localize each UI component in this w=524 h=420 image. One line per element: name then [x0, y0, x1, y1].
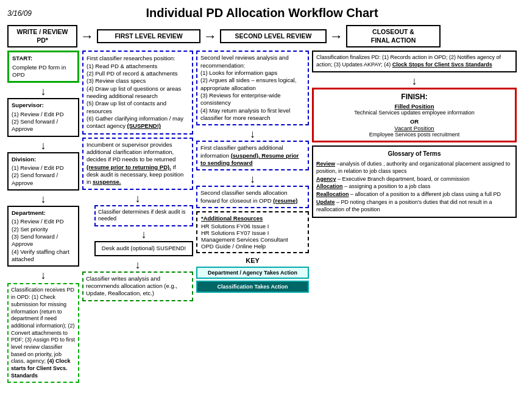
- desk-audit-box: Desk audit (optional) SUSPEND!: [94, 241, 193, 256]
- second-sends-box: Second classifier sends allocation forwa…: [196, 186, 309, 208]
- start-box: START: Complete PD form in OPD: [7, 51, 79, 83]
- department-box: Department: (1) Review / Edit PD(2) Set …: [7, 206, 79, 267]
- col-header-first: FIRST LEVEL REVIEW: [97, 29, 200, 44]
- filled-position: Filled Position: [317, 103, 512, 110]
- page: 3/16/09 Individual PD Allocation Workflo…: [0, 0, 524, 389]
- arrow-down-c2a: ↓: [82, 193, 193, 204]
- or-text: OR: [317, 118, 512, 125]
- col2: First classifier researches position: (1…: [82, 51, 193, 383]
- arrow-down-4: ↓: [7, 270, 79, 281]
- arrow-down-3: ↓: [7, 194, 79, 205]
- arrow-down-c2b: ↓: [94, 229, 193, 240]
- main-content: START: Complete PD form in OPD ↓ Supervi…: [7, 51, 517, 383]
- classifier-writes-box: Classifier writes analysis and recommend…: [82, 271, 193, 301]
- key-dept: Department / Agency Takes Action: [196, 267, 309, 279]
- glossary-box: Glossary of Terms Review –analysis of du…: [312, 145, 517, 218]
- start-body: Complete PD form in OPD: [12, 64, 74, 79]
- supervisor-title: Supervisor:: [12, 102, 75, 109]
- arrow-1: →: [77, 29, 97, 44]
- second-level-box: Second level reviews analysis and recomm…: [196, 51, 309, 125]
- date: 3/16/09: [7, 9, 56, 18]
- division-title: Division:: [12, 156, 75, 163]
- incumbent-box: Incumbent or supervisor provides additio…: [82, 138, 193, 190]
- additional-resources-box: *Additional Resources HR Solutions FY06 …: [196, 211, 309, 253]
- col1: START: Complete PD form in OPD ↓ Supervi…: [7, 51, 79, 383]
- supervisor-body: (1) Review / Edit PD(2) Send forward / A…: [12, 111, 75, 133]
- arrow-down-c4: ↓: [312, 75, 517, 86]
- middle-section: Incumbent or supervisor provides additio…: [82, 138, 193, 304]
- classification-receives-box: Classification receives PD in OPD: (1) C…: [7, 283, 79, 383]
- glossary-content: Review –analysis of duties , authority a…: [316, 160, 512, 214]
- arrow-down-c3a: ↓: [196, 128, 309, 139]
- incumbent-box-wrapper: Incumbent or supervisor provides additio…: [82, 138, 193, 304]
- col4: Classification finalizes PD: (1) Records…: [312, 51, 517, 383]
- col-header-write: WRITE / REVIEW PD*: [7, 25, 77, 47]
- finish-box: FINISH: Filled Position Technical Servic…: [312, 88, 517, 142]
- arrow-down-1: ↓: [7, 86, 79, 97]
- start-title: START:: [12, 55, 74, 62]
- arrow-down-2: ↓: [7, 140, 79, 151]
- first-classifier-box: First classifier researches position: (1…: [82, 51, 193, 134]
- col3: Second level reviews analysis and recomm…: [196, 51, 309, 383]
- department-title: Department:: [12, 209, 75, 217]
- page-title: Individual PD Allocation Workflow Chart: [56, 6, 468, 20]
- classifier-determines-area: Classifier determines if desk audit is n…: [94, 205, 193, 256]
- arrow-down-c3b: ↓: [196, 173, 309, 184]
- filled-body: Technical Services updates employee info…: [317, 110, 512, 116]
- classification-finalizes-box: Classification finalizes PD: (1) Records…: [312, 51, 517, 72]
- col-header-closeout: CLOSEOUT &FINAL ACTION: [346, 25, 441, 47]
- glossary-title: Glossary of Terms: [316, 150, 512, 158]
- vacant-body: Employee Services posts recruitment: [317, 131, 512, 138]
- arrow-2: →: [200, 29, 220, 44]
- arrow-3: →: [327, 29, 346, 44]
- division-box: Division: (1) Review / Edit PD(2) Send f…: [7, 152, 79, 191]
- resources-body: HR Solutions FY06 Issue IHR Solutions FY…: [201, 223, 304, 250]
- vacant-position: Vacant Position: [317, 125, 512, 131]
- supervisor-box: Supervisor: (1) Review / Edit PD(2) Send…: [7, 98, 79, 136]
- department-body: (1) Review / Edit PD(2) Set priority(3) …: [12, 218, 75, 263]
- key-class: Classification Takes Action: [196, 281, 309, 293]
- resources-title: *Additional Resources: [201, 215, 304, 222]
- division-body: (1) Review / Edit PD(2) Send forward / A…: [12, 164, 75, 187]
- finish-title: FINISH:: [317, 93, 512, 101]
- first-gathers-box: First classifier gathers additional info…: [196, 141, 309, 170]
- key-title: KEY: [196, 257, 309, 264]
- header: 3/16/09 Individual PD Allocation Workflo…: [7, 6, 517, 20]
- key-section: KEY Department / Agency Takes Action Cla…: [196, 257, 309, 293]
- col1-bottom-text: Classification receives PD in OPD: (1) C…: [11, 287, 76, 379]
- column-headers: WRITE / REVIEW PD* → FIRST LEVEL REVIEW …: [7, 25, 517, 47]
- classifier-determines-box: Classifier determines if desk audit is n…: [94, 205, 193, 226]
- col-header-second: SECOND LEVEL REVIEW: [220, 29, 327, 44]
- arrow-down-c2c: ↓: [82, 259, 193, 270]
